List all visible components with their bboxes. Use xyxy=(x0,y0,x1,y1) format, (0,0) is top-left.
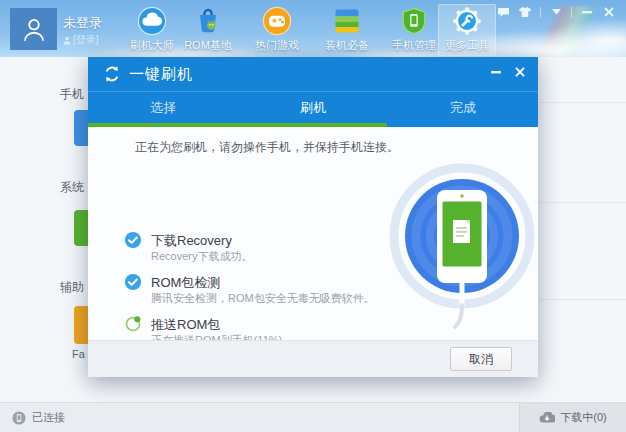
shopping-bag-icon xyxy=(193,6,223,36)
login-link[interactable]: [登录] xyxy=(63,33,99,47)
cloud-download-icon xyxy=(539,412,555,423)
separator xyxy=(571,7,572,18)
nav-item-label: 更多工具 xyxy=(445,38,489,53)
person-small-icon xyxy=(63,36,71,45)
status-bar: 已连接 下载中(0) xyxy=(0,402,626,432)
section-label-aux: 辅助 xyxy=(60,279,84,296)
person-icon xyxy=(21,15,47,43)
divider xyxy=(539,299,626,300)
step-title: 推送ROM包 xyxy=(151,316,220,334)
dialog-close-icon[interactable] xyxy=(512,65,528,79)
partial-text: Fa xyxy=(72,348,85,360)
divider xyxy=(539,202,626,203)
gear-wrench-icon xyxy=(452,6,482,36)
nav-item-phone-manager[interactable]: 手机管理 xyxy=(382,4,446,56)
dialog-title: 一键刷机 xyxy=(129,65,193,84)
download-label: 下载中(0) xyxy=(560,410,606,425)
close-icon[interactable] xyxy=(602,6,616,18)
tab-select[interactable]: 选择 xyxy=(88,92,238,127)
tab-finish[interactable]: 完成 xyxy=(388,92,538,127)
nav-item-hot-games[interactable]: 热门游戏 xyxy=(245,4,309,56)
one-key-flash-dialog: 一键刷机 选择 刷机 完成 正在为您刷机，请勿操作手机，并保持手机连接。 xyxy=(88,57,538,377)
nav-item-pc-essentials[interactable]: 装机必备 xyxy=(315,4,379,56)
step-title: ROM包检测 xyxy=(151,274,220,292)
connection-status: 已连接 xyxy=(12,403,65,432)
nav-item-label: 手机管理 xyxy=(392,38,436,53)
cancel-button[interactable]: 取消 xyxy=(450,347,512,371)
nav-item-label: 热门游戏 xyxy=(255,38,299,53)
check-circle-icon xyxy=(124,273,142,291)
dialog-footer: 取消 xyxy=(88,340,538,377)
divider xyxy=(539,102,626,103)
gamepad-icon xyxy=(262,6,292,36)
login-label: [登录] xyxy=(73,33,99,47)
step-title: 下载Recovery xyxy=(151,232,232,250)
user-avatar[interactable] xyxy=(10,8,57,50)
window-controls xyxy=(496,6,616,18)
check-circle-icon xyxy=(124,231,142,249)
flash-status-text: 正在为您刷机，请勿操作手机，并保持手机连接。 xyxy=(135,139,399,156)
user-name: 未登录 xyxy=(63,14,102,32)
tab-flash[interactable]: 刷机 xyxy=(238,92,388,127)
connection-label: 已连接 xyxy=(32,410,65,425)
cloud-decoration xyxy=(540,18,626,57)
dialog-tabs: 选择 刷机 完成 xyxy=(88,91,538,127)
app-window: 未登录 [登录] 刷机大师 xyxy=(0,0,626,432)
dialog-titlebar: 一键刷机 xyxy=(88,57,538,91)
minimize-icon[interactable] xyxy=(580,6,594,18)
shield-phone-icon xyxy=(399,6,429,36)
spinner-icon xyxy=(124,315,142,333)
phone-flashing-illustration xyxy=(387,163,537,331)
dialog-content: 正在为您刷机，请勿操作手机，并保持手机连接。 下载Recovery Recove… xyxy=(88,127,538,340)
chevron-down-icon[interactable] xyxy=(549,6,563,18)
nav-item-label: 刷机大师 xyxy=(130,38,174,53)
section-label-system: 系统 xyxy=(60,179,84,196)
step-desc: 腾讯安全检测，ROM包安全无毒无吸费软件。 xyxy=(151,291,375,306)
top-toolbar: 未登录 [登录] 刷机大师 xyxy=(0,0,626,57)
nav-item-more-tools[interactable]: 更多工具 xyxy=(438,4,496,56)
striped-box-icon xyxy=(332,6,362,36)
feedback-icon[interactable] xyxy=(496,6,510,18)
separator xyxy=(540,7,541,18)
dialog-minimize-icon[interactable] xyxy=(488,65,504,79)
nav-item-label: 装机必备 xyxy=(325,38,369,53)
skin-icon[interactable] xyxy=(518,6,532,18)
cloud-flash-icon xyxy=(137,6,167,36)
step-desc: Recovery下载成功。 xyxy=(151,249,252,264)
nav-item-label: ROM基地 xyxy=(184,38,232,53)
sync-icon xyxy=(103,65,121,83)
download-status[interactable]: 下载中(0) xyxy=(519,403,626,432)
phone-connected-icon xyxy=(12,411,26,425)
nav-item-rom-base[interactable]: ROM基地 xyxy=(176,4,240,56)
section-label-phone: 手机 xyxy=(60,86,84,103)
nav-item-flash-master[interactable]: 刷机大师 xyxy=(120,4,184,56)
